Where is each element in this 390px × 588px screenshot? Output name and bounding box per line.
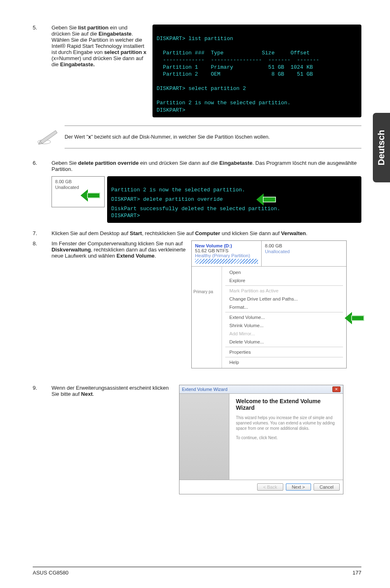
step-number: 8. xyxy=(33,240,52,247)
wizard-description: This wizard helps you increase the size … xyxy=(236,415,336,431)
close-icon[interactable]: ✕ xyxy=(332,386,341,392)
unallocated-box: 8.00 GB Unallocated xyxy=(52,176,105,207)
menu-format[interactable]: Format... xyxy=(222,303,346,311)
wizard-heading: Welcome to the Extend Volume Wizard xyxy=(236,398,336,411)
step-number: 7. xyxy=(33,230,52,236)
menu-open[interactable]: Open xyxy=(222,268,346,276)
back-button: < Back xyxy=(257,483,283,491)
step-6-text: Geben Sie delete partition override ein … xyxy=(52,160,361,172)
menu-change-letter[interactable]: Change Drive Letter and Paths... xyxy=(222,295,346,303)
context-menu: Open Explore Mark Partition as Active Ch… xyxy=(222,267,346,368)
language-tab: Deutsch xyxy=(373,113,390,182)
step-7-text: Klicken Sie auf dem Desktop auf Start, r… xyxy=(52,230,361,236)
page-content: 5. Geben Sie list partition ein und drüc… xyxy=(0,0,390,494)
step-5-text: Geben Sie list partition ein und drücken… xyxy=(52,25,148,67)
arrow-icon xyxy=(258,194,278,205)
pencil-icon xyxy=(37,129,59,145)
arrow-icon xyxy=(82,190,102,202)
menu-shrink-volume[interactable]: Shrink Volume... xyxy=(222,321,346,330)
svg-marker-1 xyxy=(40,130,57,144)
step-number: 6. xyxy=(33,160,52,166)
note-box: Der Wert "x" bezieht sich auf die Disk-N… xyxy=(37,126,361,148)
step-8-text: Im Fenster der Computerverwaltung klicke… xyxy=(52,240,186,259)
page-footer: ASUS CG8580 177 xyxy=(33,567,361,576)
diskpart-terminal-delete: Partition 2 is now the selected partitio… xyxy=(107,176,361,223)
step-9-text: Wenn der Erweiterungsassistent erscheint… xyxy=(52,385,174,397)
step-number: 5. xyxy=(33,25,52,31)
wizard-titlebar: Extend Volume Wizard xyxy=(182,387,227,392)
step-number: 9. xyxy=(33,385,52,391)
wizard-instruction: To continue, click Next. xyxy=(236,435,336,440)
footer-product: ASUS CG8580 xyxy=(33,570,68,576)
cancel-button[interactable]: Cancel xyxy=(314,483,340,491)
menu-extend-volume[interactable]: Extend Volume... xyxy=(222,313,346,321)
menu-explore[interactable]: Explore xyxy=(222,276,346,285)
footer-page-number: 177 xyxy=(352,570,361,576)
extend-volume-wizard: Extend Volume Wizard ✕ Welcome to the Ex… xyxy=(179,385,343,494)
menu-delete-volume[interactable]: Delete Volume... xyxy=(222,338,346,346)
wizard-sidebar xyxy=(179,394,229,480)
menu-mark-active: Mark Partition as Active xyxy=(222,287,346,295)
disk-management-screenshot: New Volume (D:) 51.62 GB NTFS Healthy (P… xyxy=(191,240,347,368)
menu-properties[interactable]: Properties xyxy=(222,348,346,356)
note-text: Der Wert "x" bezieht sich auf die Disk-N… xyxy=(65,126,361,148)
arrow-icon xyxy=(346,312,366,325)
menu-add-mirror: Add Mirror... xyxy=(222,330,346,338)
diskpart-terminal-list: DISKPART> list partition Partition ### T… xyxy=(152,25,361,117)
primary-partition-label: Primary pa xyxy=(192,267,222,368)
menu-help[interactable]: Help xyxy=(222,358,346,366)
next-button[interactable]: Next > xyxy=(286,483,311,491)
